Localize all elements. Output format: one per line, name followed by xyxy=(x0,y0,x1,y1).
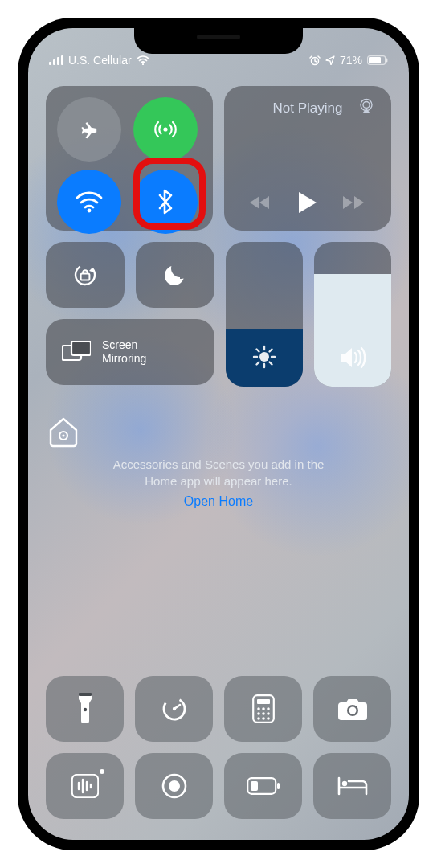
svg-line-32 xyxy=(174,705,180,709)
svg-point-10 xyxy=(88,209,92,213)
notch xyxy=(134,28,303,54)
volume-icon xyxy=(339,346,366,369)
svg-point-29 xyxy=(83,708,86,711)
play-button[interactable] xyxy=(299,192,317,213)
notification-dot xyxy=(100,769,104,774)
svg-point-45 xyxy=(349,707,356,714)
wifi-icon xyxy=(75,190,104,214)
home-panel: Accessories and Scenes you add in the Ho… xyxy=(46,414,391,509)
moon-icon xyxy=(163,263,187,287)
brightness-icon xyxy=(252,345,276,369)
battery-pct-label: 71% xyxy=(340,54,362,67)
svg-point-4 xyxy=(141,63,143,65)
svg-point-52 xyxy=(169,780,180,792)
screen-mirroring-button[interactable]: Screen Mirroring xyxy=(46,319,214,385)
timer-icon xyxy=(160,694,189,723)
do-not-disturb-toggle[interactable] xyxy=(136,242,214,308)
calculator-button[interactable] xyxy=(224,676,302,742)
svg-rect-54 xyxy=(251,781,258,791)
music-panel[interactable]: Not Playing xyxy=(224,86,391,231)
rotation-lock-icon xyxy=(69,259,101,291)
svg-rect-46 xyxy=(71,775,97,797)
svg-rect-16 xyxy=(71,341,91,355)
svg-point-42 xyxy=(262,717,265,720)
carrier-label: U.S. Cellular xyxy=(68,54,132,67)
music-title: Not Playing xyxy=(273,100,343,116)
svg-point-56 xyxy=(341,781,346,786)
svg-point-36 xyxy=(262,707,265,710)
bed-icon xyxy=(337,776,369,796)
svg-line-24 xyxy=(257,362,259,365)
control-center: Not Playing xyxy=(28,28,409,840)
svg-point-27 xyxy=(62,434,64,436)
prev-track-button[interactable] xyxy=(250,194,272,211)
cellular-toggle[interactable] xyxy=(133,97,198,162)
sleep-button[interactable] xyxy=(313,753,391,819)
music-recognition-button[interactable] xyxy=(46,753,124,819)
svg-rect-0 xyxy=(49,62,51,65)
open-home-link[interactable]: Open Home xyxy=(46,494,391,509)
airplay-icon[interactable] xyxy=(357,97,375,115)
svg-line-23 xyxy=(270,362,272,365)
svg-rect-3 xyxy=(61,55,63,65)
low-power-button[interactable] xyxy=(224,753,302,819)
svg-rect-28 xyxy=(79,693,92,696)
battery-icon xyxy=(367,55,388,65)
home-icon xyxy=(46,414,391,448)
waveform-icon xyxy=(71,774,99,798)
svg-line-25 xyxy=(270,350,272,352)
screen-mirroring-label: Screen Mirroring xyxy=(102,338,146,366)
location-icon xyxy=(325,55,335,65)
camera-button[interactable] xyxy=(313,676,391,742)
alarm-icon xyxy=(309,55,321,66)
svg-rect-2 xyxy=(57,57,59,65)
home-description: Accessories and Scenes you add in the Ho… xyxy=(98,456,339,489)
svg-rect-8 xyxy=(386,59,387,63)
wifi-status-icon xyxy=(137,55,149,65)
svg-point-12 xyxy=(363,102,370,108)
screen: U.S. Cellular 71% xyxy=(28,28,409,840)
airplane-icon xyxy=(76,117,102,142)
svg-point-43 xyxy=(267,717,270,720)
svg-point-13 xyxy=(71,261,99,289)
next-track-button[interactable] xyxy=(343,194,366,211)
screen-record-button[interactable] xyxy=(135,753,213,819)
calculator-icon xyxy=(252,694,275,723)
svg-point-37 xyxy=(267,707,270,710)
svg-point-35 xyxy=(257,707,260,710)
timer-button[interactable] xyxy=(135,676,213,742)
bluetooth-toggle[interactable] xyxy=(133,170,198,234)
airplane-toggle[interactable] xyxy=(57,97,121,162)
svg-rect-7 xyxy=(369,57,381,63)
orientation-lock-toggle[interactable] xyxy=(46,242,125,308)
svg-point-17 xyxy=(259,352,269,362)
svg-point-41 xyxy=(257,717,260,720)
battery-low-icon xyxy=(247,777,280,795)
svg-point-40 xyxy=(267,712,270,715)
svg-rect-14 xyxy=(81,274,90,280)
svg-rect-1 xyxy=(53,59,55,65)
connectivity-panel[interactable] xyxy=(46,86,213,231)
screen-mirroring-icon xyxy=(62,341,91,363)
phone-frame: U.S. Cellular 71% xyxy=(18,18,419,850)
brightness-slider[interactable] xyxy=(226,242,303,387)
svg-line-22 xyxy=(257,350,259,352)
signal-bars-icon xyxy=(49,55,63,65)
svg-point-39 xyxy=(262,712,265,715)
volume-slider[interactable] xyxy=(314,242,391,387)
svg-point-9 xyxy=(163,127,167,131)
svg-rect-55 xyxy=(277,783,280,789)
svg-rect-34 xyxy=(257,699,270,704)
antenna-icon xyxy=(151,115,180,144)
bluetooth-icon xyxy=(157,189,174,215)
wifi-toggle[interactable] xyxy=(57,170,121,234)
svg-point-38 xyxy=(257,712,260,715)
flashlight-button[interactable] xyxy=(46,676,124,742)
flashlight-icon xyxy=(76,693,94,725)
camera-icon xyxy=(337,697,368,721)
record-icon xyxy=(160,772,189,800)
